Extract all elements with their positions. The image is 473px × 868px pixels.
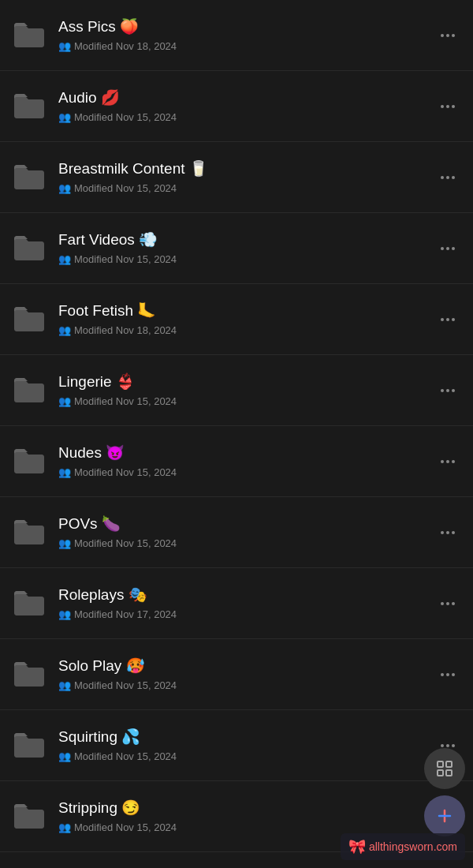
more-dots (441, 247, 455, 250)
folder-icon (13, 447, 46, 476)
dot1 (441, 176, 444, 179)
dot1 (441, 105, 444, 108)
folder-meta: 👥 Modified Nov 17, 2024 (58, 608, 435, 620)
folder-meta: 👥 Modified Nov 15, 2024 (58, 111, 435, 123)
more-dots (441, 105, 455, 108)
dot3 (452, 176, 455, 179)
folder-item-solo-play[interactable]: Solo Play 🥵 👥 Modified Nov 15, 2024 (0, 639, 473, 710)
more-options-button[interactable] (435, 94, 460, 119)
more-options-button[interactable] (435, 591, 460, 616)
folder-info: Nudes 😈 👥 Modified Nov 15, 2024 (58, 444, 435, 478)
folder-date: Modified Nov 15, 2024 (74, 750, 177, 762)
folder-item-povs[interactable]: POVs 🍆 👥 Modified Nov 15, 2024 (0, 497, 473, 568)
folder-item-squirting[interactable]: Squirting 💦 👥 Modified Nov 15, 2024 (0, 710, 473, 781)
shared-icon: 👥 (58, 395, 71, 407)
dot1 (441, 389, 444, 392)
folder-meta: 👥 Modified Nov 15, 2024 (58, 182, 435, 194)
folder-name: Nudes 😈 (58, 444, 435, 462)
more-options-button[interactable] (435, 165, 460, 190)
more-dots (441, 673, 455, 676)
dot3 (452, 105, 455, 108)
more-options-button[interactable] (435, 23, 460, 48)
folder-meta: 👥 Modified Nov 15, 2024 (58, 466, 435, 478)
dot2 (446, 673, 449, 676)
folder-icon (13, 21, 46, 50)
folder-info: POVs 🍆 👥 Modified Nov 15, 2024 (58, 515, 435, 549)
folder-info: Ass Pics 🍑 👥 Modified Nov 18, 2024 (58, 18, 435, 52)
folder-meta: 👥 Modified Nov 15, 2024 (58, 253, 435, 265)
dot3 (452, 34, 455, 37)
more-options-button[interactable] (435, 236, 460, 261)
folder-item-lingerie[interactable]: Lingerie 👙 👥 Modified Nov 15, 2024 (0, 355, 473, 426)
dot3 (452, 460, 455, 463)
shared-icon: 👥 (58, 40, 71, 52)
folder-item-foot-fetish[interactable]: Foot Fetish 🦶 👥 Modified Nov 18, 2024 (0, 284, 473, 355)
more-options-button[interactable] (435, 307, 460, 332)
shared-icon: 👥 (58, 608, 71, 620)
folder-name: Solo Play 🥵 (58, 657, 435, 675)
folder-name: Lingerie 👙 (58, 373, 435, 391)
more-options-button[interactable] (435, 378, 460, 403)
dot2 (446, 460, 449, 463)
folder-name: Stripping 😏 (58, 799, 435, 817)
folder-date: Modified Nov 18, 2024 (74, 324, 177, 336)
more-dots (441, 602, 455, 605)
folder-date: Modified Nov 15, 2024 (74, 821, 177, 833)
folder-meta: 👥 Modified Nov 15, 2024 (58, 750, 435, 762)
folder-date: Modified Nov 15, 2024 (74, 182, 177, 194)
folder-item-nudes[interactable]: Nudes 😈 👥 Modified Nov 15, 2024 (0, 426, 473, 497)
dot2 (446, 105, 449, 108)
more-dots (441, 744, 455, 747)
folder-meta: 👥 Modified Nov 15, 2024 (58, 537, 435, 549)
more-dots (441, 389, 455, 392)
folder-info: Roleplays 🎭 👥 Modified Nov 17, 2024 (58, 586, 435, 620)
more-options-button[interactable] (435, 449, 460, 474)
folder-date: Modified Nov 18, 2024 (74, 40, 177, 52)
more-dots (441, 531, 455, 534)
folder-icon (13, 518, 46, 547)
dot2 (446, 744, 449, 747)
select-button[interactable] (424, 748, 465, 789)
folder-date: Modified Nov 15, 2024 (74, 537, 177, 549)
folder-icon (13, 660, 46, 689)
folder-item-fart-videos[interactable]: Fart Videos 💨 👥 Modified Nov 15, 2024 (0, 213, 473, 284)
folder-info: Stripping 😏 👥 Modified Nov 15, 2024 (58, 799, 435, 833)
folder-meta: 👥 Modified Nov 15, 2024 (58, 679, 435, 691)
folder-name: Ass Pics 🍑 (58, 18, 435, 36)
folder-icon (13, 589, 46, 618)
dot2 (446, 318, 449, 321)
more-options-button[interactable] (435, 520, 460, 545)
folder-date: Modified Nov 15, 2024 (74, 395, 177, 407)
folder-name: POVs 🍆 (58, 515, 435, 533)
dot3 (452, 247, 455, 250)
folder-icon (13, 92, 46, 121)
folder-icon (13, 305, 46, 334)
shared-icon: 👥 (58, 182, 71, 194)
folder-item-audio[interactable]: Audio 💋 👥 Modified Nov 15, 2024 (0, 71, 473, 142)
folder-item-breastmilk-content[interactable]: Breastmilk Content 🥛 👥 Modified Nov 15, … (0, 142, 473, 213)
shared-icon: 👥 (58, 679, 71, 691)
folder-name: Breastmilk Content 🥛 (58, 160, 435, 178)
logo-icon: 🎀 (348, 838, 366, 855)
folder-name: Audio 💋 (58, 89, 435, 107)
shared-icon: 👥 (58, 253, 71, 265)
folder-info: Fart Videos 💨 👥 Modified Nov 15, 2024 (58, 231, 435, 265)
more-options-button[interactable] (435, 662, 460, 687)
dot1 (441, 34, 444, 37)
folder-meta: 👥 Modified Nov 18, 2024 (58, 40, 435, 52)
folder-name: Roleplays 🎭 (58, 586, 435, 604)
dot2 (446, 602, 449, 605)
dot3 (452, 673, 455, 676)
add-button[interactable] (424, 795, 465, 836)
folder-icon (13, 234, 46, 263)
dot1 (441, 460, 444, 463)
dot2 (446, 247, 449, 250)
folder-date: Modified Nov 15, 2024 (74, 111, 177, 123)
folder-item-ass-pics[interactable]: Ass Pics 🍑 👥 Modified Nov 18, 2024 (0, 0, 473, 71)
dot1 (441, 531, 444, 534)
shared-icon: 👥 (58, 466, 71, 478)
more-dots (441, 176, 455, 179)
shared-icon: 👥 (58, 324, 71, 336)
folder-icon (13, 803, 46, 831)
folder-item-roleplays[interactable]: Roleplays 🎭 👥 Modified Nov 17, 2024 (0, 568, 473, 639)
